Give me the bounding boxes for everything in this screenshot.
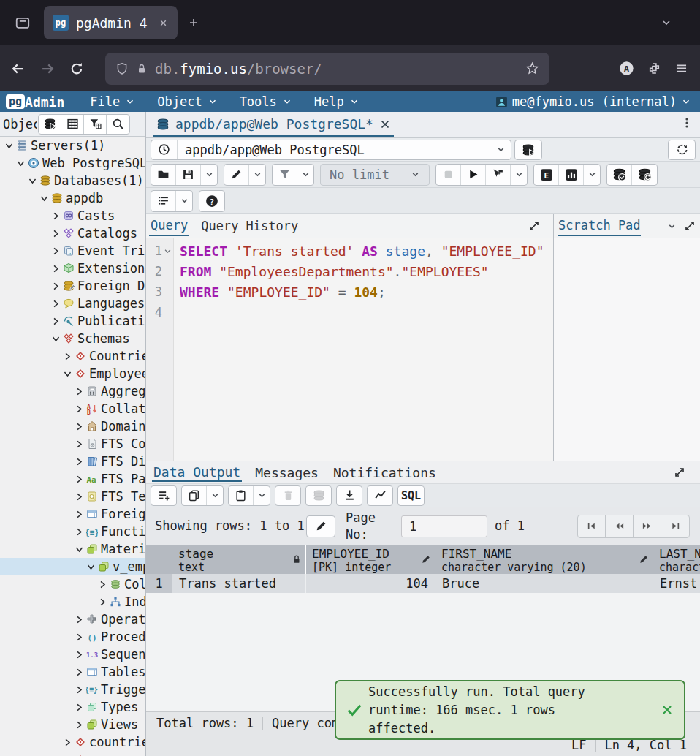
connection-history-icon[interactable] [151,140,178,159]
column-header-stage[interactable]: stagetext [172,545,306,574]
expand-chevron-icon[interactable] [73,510,85,519]
stop-button[interactable] [436,165,461,185]
expand-chevron-icon[interactable] [38,194,50,203]
toast-close-icon[interactable] [661,703,674,717]
kebab-menu-icon[interactable] [681,117,693,129]
tree-item-appdb[interactable]: appdb [0,189,145,207]
reload-button[interactable] [66,58,88,80]
filter-options-dropdown[interactable] [297,165,313,185]
tab-query[interactable]: Query [149,216,189,236]
table-cell[interactable]: 104 [306,574,435,593]
expand-chevron-icon[interactable] [50,229,61,238]
expand-chevron-icon[interactable] [73,720,85,730]
forward-button[interactable] [37,58,58,80]
browser-tab[interactable]: pg pgAdmin 4 [44,6,178,39]
tree-item-catalogs[interactable]: Catalogs [0,224,145,242]
rollback-button[interactable] [632,165,657,185]
tree-item-operators[interactable]: Operators [0,611,145,628]
add-row-button[interactable] [151,486,176,505]
tree-item-aggregates[interactable]: Aggregates [0,382,145,400]
expand-chevron-icon[interactable] [15,159,26,168]
new-tab-button[interactable] [188,17,199,29]
column-header-last_name[interactable]: LAST_NAMEcharacter varying (25) [653,545,700,574]
tree-item-tables[interactable]: Tables [0,663,145,681]
connection-chevron-icon[interactable] [490,145,511,154]
filter-button[interactable] [273,165,297,185]
prev-page-button[interactable] [606,515,634,537]
row-number-cell[interactable]: 1 [146,574,172,593]
expand-chevron-icon[interactable] [50,334,61,344]
query-tool-tab[interactable]: appdb/app@Web PostgreSQL* [153,114,394,137]
tab-data-output[interactable]: Data Output [152,464,242,482]
save-data-button[interactable] [306,486,331,505]
expand-chevron-icon[interactable] [96,597,108,607]
tree-item-domains[interactable]: Domains [0,417,145,435]
firefox-view-icon[interactable] [13,15,32,31]
copy-button[interactable] [182,486,207,505]
expand-chevron-icon[interactable] [73,492,85,502]
tree-item-countries[interactable]: countries [0,733,145,751]
expand-chevron-icon[interactable] [61,352,73,361]
first-page-button[interactable] [578,515,606,537]
editor-expand-icon[interactable] [528,220,540,232]
show-sql-button[interactable]: SQL [398,486,424,505]
expand-chevron-icon[interactable] [61,369,73,379]
menu-icon[interactable] [674,61,688,75]
extensions-icon[interactable] [647,61,661,75]
page-no-input[interactable]: 1 [401,515,487,537]
tree-item-fts-dictionaries[interactable]: FTS Dictionaries [0,453,145,470]
menu-tools[interactable]: Tools [240,94,292,109]
expand-chevron-icon[interactable] [3,141,15,151]
tab-messages[interactable]: Messages [254,464,320,481]
expand-chevron-icon[interactable] [73,475,85,484]
expand-chevron-icon[interactable] [73,545,85,554]
expand-chevron-icon[interactable] [73,457,85,466]
edit-options-dropdown[interactable] [249,165,265,185]
bookmark-star-icon[interactable] [525,61,539,75]
expand-chevron-icon[interactable] [73,685,85,695]
expand-chevron-icon[interactable] [73,404,85,414]
tree-item-schemas[interactable]: Schemas [0,330,145,347]
tree-item-columns[interactable]: Columns [0,575,145,593]
expand-chevron-icon[interactable] [50,211,61,221]
pgadmin-logo[interactable]: pgAdmin [6,94,64,110]
expand-chevron-icon[interactable] [96,580,108,589]
sql-editor[interactable]: 1234 SELECT 'Trans started' AS stage, "E… [146,238,553,461]
grid-corner-cell[interactable] [146,545,172,574]
tab-query-history[interactable]: Query History [199,216,300,235]
editor-code[interactable]: SELECT 'Trans started' AS stage, "EMPLOY… [174,238,553,461]
help-button[interactable]: ? [199,190,225,212]
output-expand-icon[interactable] [674,466,685,478]
copy-options-dropdown[interactable] [207,486,223,505]
expand-chevron-icon[interactable] [73,615,85,624]
expand-chevron-icon[interactable] [50,281,61,291]
expand-chevron-icon[interactable] [73,632,85,642]
explain-options-dropdown[interactable] [584,165,600,185]
tree-item-countries[interactable]: Countries [0,347,145,365]
expand-chevron-icon[interactable] [50,299,61,309]
tree-item-views[interactable]: Views [0,716,145,733]
expand-chevron-icon[interactable] [61,738,73,747]
scratch-pad-tab[interactable]: Scratch Pad [558,216,641,236]
tree-item-web-postgresql[interactable]: Web PostgreSQL [0,154,145,172]
expand-chevron-icon[interactable] [85,562,96,572]
menu-object[interactable]: Object [157,94,217,109]
expand-chevron-icon[interactable] [73,668,85,677]
tab-list-chevron-icon[interactable] [661,17,672,29]
expand-chevron-icon[interactable] [73,387,85,396]
query-tool-tab-close-icon[interactable] [379,118,391,130]
url-bar[interactable]: db.fymio.us/browser/ [105,53,549,85]
expand-chevron-icon[interactable] [50,317,61,326]
table-cell[interactable]: Trans started [172,574,306,593]
user-menu[interactable]: me@fymio.us (internal) [495,94,691,109]
tab-notifications[interactable]: Notifications [332,464,438,481]
explain-button[interactable]: E [534,165,559,185]
tree-item-fts-templates[interactable]: FTS Templates [0,488,145,505]
scratch-pad-expand-icon[interactable] [684,220,696,232]
graph-visualiser-button[interactable] [368,486,392,505]
tree-item-foreign-tables[interactable]: Foreign Tables [0,505,145,523]
open-file-button[interactable] [151,165,176,185]
query-tool-button[interactable] [39,115,61,134]
table-cell[interactable]: Ernst [653,574,700,593]
expand-chevron-icon[interactable] [73,650,85,659]
